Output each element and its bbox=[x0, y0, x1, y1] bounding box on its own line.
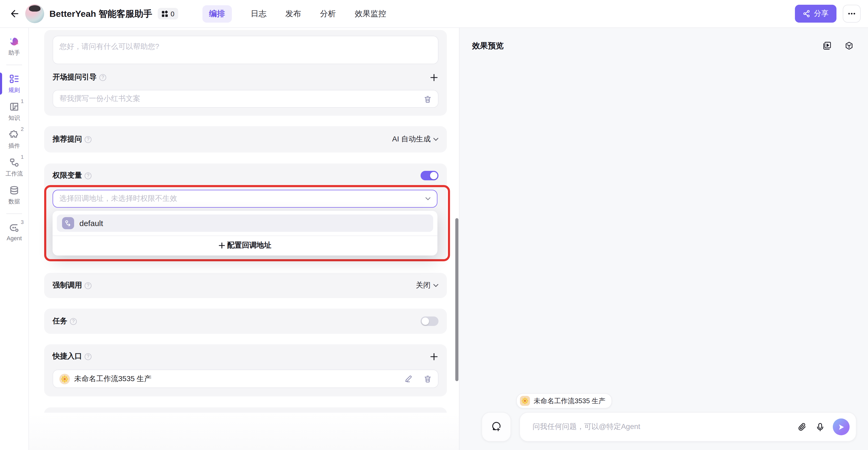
add-callback-button[interactable]: 配置回调地址 bbox=[53, 235, 437, 254]
share-button[interactable]: 分享 bbox=[795, 5, 836, 23]
delete-quick-entry-button[interactable] bbox=[424, 375, 432, 383]
recommend-mode-value: AI 自动生成 bbox=[392, 135, 431, 144]
workflow-count: 1 bbox=[21, 154, 24, 160]
tab-logs[interactable]: 日志 bbox=[251, 9, 267, 19]
force-call-card: 强制调用 关闭 bbox=[44, 273, 447, 298]
quick-entry-header: 快捷入口 bbox=[53, 351, 438, 362]
chat-input[interactable]: 问我任何问题，可以@特定Agent bbox=[520, 412, 857, 442]
opening-questions-header: 开场提问引导 bbox=[53, 72, 438, 82]
share-label: 分享 bbox=[814, 9, 829, 19]
force-call-label: 强制调用 bbox=[53, 281, 82, 290]
agent-chip[interactable]: 未命名工作流3535 生产 bbox=[516, 393, 612, 409]
tab-bar: 编排 日志 发布 分析 效果监控 bbox=[203, 5, 386, 22]
agent-count: 3 bbox=[21, 219, 24, 225]
paperclip-icon bbox=[798, 422, 806, 431]
help-icon[interactable] bbox=[85, 172, 91, 179]
trash-icon bbox=[424, 375, 432, 383]
badge-count: 0 bbox=[170, 10, 174, 18]
add-opening-question-button[interactable] bbox=[429, 72, 438, 82]
trash-icon bbox=[424, 95, 432, 103]
app-window: BetterYeah 智能客服助手 0 编排 日志 发布 分析 效果监控 分享 bbox=[0, 0, 868, 450]
editor-panel: 您好，请问有什么可以帮助您? 开场提问引导 帮我撰写一份小红书文案 推荐提问 bbox=[29, 28, 459, 450]
new-chat-button[interactable] bbox=[482, 412, 511, 442]
plus-icon bbox=[219, 242, 225, 248]
chevron-down-icon bbox=[425, 197, 431, 200]
permission-label: 权限变量 bbox=[53, 171, 82, 180]
mic-icon bbox=[816, 422, 824, 431]
save-footer: 已保存 bbox=[29, 413, 459, 450]
embed-cube-icon[interactable] bbox=[845, 41, 853, 50]
tab-orchestrate[interactable]: 编排 bbox=[203, 5, 232, 22]
sidebar-item-label: 助手 bbox=[8, 49, 20, 57]
task-card: 任务 bbox=[44, 309, 447, 334]
task-toggle[interactable] bbox=[421, 317, 438, 326]
tab-analytics[interactable]: 分析 bbox=[320, 9, 336, 19]
send-button[interactable] bbox=[833, 418, 849, 435]
callback-option-label: default bbox=[80, 219, 103, 228]
tab-publish[interactable]: 发布 bbox=[285, 9, 301, 19]
help-icon[interactable] bbox=[85, 353, 91, 360]
grid-icon bbox=[161, 10, 168, 17]
workflow-icon: 1 bbox=[8, 157, 20, 168]
knowledge-count: 1 bbox=[21, 98, 24, 104]
more-menu-button[interactable] bbox=[843, 5, 861, 23]
quick-entry-item-label: 未命名工作流3535 生产 bbox=[74, 374, 151, 384]
sidebar-item-plugins[interactable]: 2 插件 bbox=[0, 129, 28, 150]
rules-icon bbox=[8, 73, 20, 85]
back-button[interactable] bbox=[7, 7, 21, 21]
opening-card: 您好，请问有什么可以帮助您? 开场提问引导 帮我撰写一份小红书文案 bbox=[44, 30, 447, 116]
welcome-message-input[interactable]: 您好，请问有什么可以帮助您? bbox=[53, 36, 438, 64]
preview-title: 效果预览 bbox=[472, 41, 504, 51]
attachment-button[interactable] bbox=[798, 422, 806, 431]
add-quick-entry-button[interactable] bbox=[429, 352, 438, 361]
run-preview-icon[interactable] bbox=[823, 41, 831, 50]
sidebar-item-knowledge[interactable]: 1 知识 bbox=[0, 101, 28, 122]
microphone-button[interactable] bbox=[816, 422, 824, 431]
sidebar-item-rules[interactable]: 规则 bbox=[0, 73, 28, 94]
pencil-icon bbox=[404, 375, 412, 383]
quick-entry-item[interactable]: 未命名工作流3535 生产 bbox=[53, 369, 438, 388]
agent-icon: 3 bbox=[8, 222, 20, 233]
assistant-logo-icon bbox=[8, 36, 20, 47]
sidebar-item-workflow[interactable]: 1 工作流 bbox=[0, 157, 28, 178]
new-chat-icon bbox=[491, 421, 502, 432]
force-call-value: 关闭 bbox=[416, 281, 431, 290]
sidebar-item-agent[interactable]: 3 Agent bbox=[0, 222, 28, 241]
callback-address-select[interactable]: 选择回调地址，未选择时权限不生效 bbox=[53, 190, 437, 207]
sidebar-item-data[interactable]: 数据 bbox=[0, 185, 28, 205]
recommend-mode-dropdown[interactable]: AI 自动生成 bbox=[392, 135, 438, 144]
chevron-down-icon bbox=[433, 284, 438, 287]
task-label: 任务 bbox=[53, 317, 67, 326]
opening-question-placeholder: 帮我撰写一份小红书文案 bbox=[59, 94, 141, 103]
delete-opening-question-button[interactable] bbox=[424, 95, 432, 103]
assistant-avatar bbox=[25, 4, 44, 23]
help-icon[interactable] bbox=[85, 282, 91, 289]
workflow-flower-icon bbox=[520, 396, 530, 406]
ellipsis-icon bbox=[848, 12, 856, 15]
permission-toggle[interactable] bbox=[421, 171, 438, 180]
callback-dropdown-menu: default 配置回调地址 bbox=[53, 211, 437, 256]
help-icon[interactable] bbox=[70, 318, 77, 325]
recommend-label: 推荐提问 bbox=[53, 135, 82, 144]
help-icon[interactable] bbox=[85, 136, 91, 143]
send-arrow-icon bbox=[838, 423, 845, 430]
components-count-badge: 0 bbox=[157, 8, 178, 20]
recommend-card: 推荐提问 AI 自动生成 bbox=[44, 126, 447, 153]
force-call-dropdown[interactable]: 关闭 bbox=[416, 281, 438, 290]
sidebar-divider bbox=[6, 65, 22, 65]
plugin-icon: 2 bbox=[8, 129, 20, 140]
callback-option-default[interactable]: default bbox=[57, 215, 433, 232]
vertical-scrollbar[interactable] bbox=[455, 218, 459, 381]
permission-header: 权限变量 bbox=[53, 170, 438, 181]
help-icon[interactable] bbox=[99, 74, 106, 81]
welcome-placeholder: 您好，请问有什么可以帮助您? bbox=[59, 42, 159, 52]
plus-icon bbox=[430, 73, 438, 81]
edit-quick-entry-button[interactable] bbox=[404, 375, 412, 383]
opening-question-input[interactable]: 帮我撰写一份小红书文案 bbox=[53, 90, 438, 108]
share-icon bbox=[803, 10, 810, 18]
knowledge-icon: 1 bbox=[8, 101, 20, 112]
tab-effect-monitor[interactable]: 效果监控 bbox=[355, 9, 386, 19]
sidebar-item-assistant[interactable]: 助手 bbox=[0, 36, 28, 57]
quick-entry-label: 快捷入口 bbox=[53, 352, 82, 361]
preview-panel: 效果预览 未命名工作流3535 生产 问我任何问题，可以@特定Agent bbox=[459, 28, 868, 450]
